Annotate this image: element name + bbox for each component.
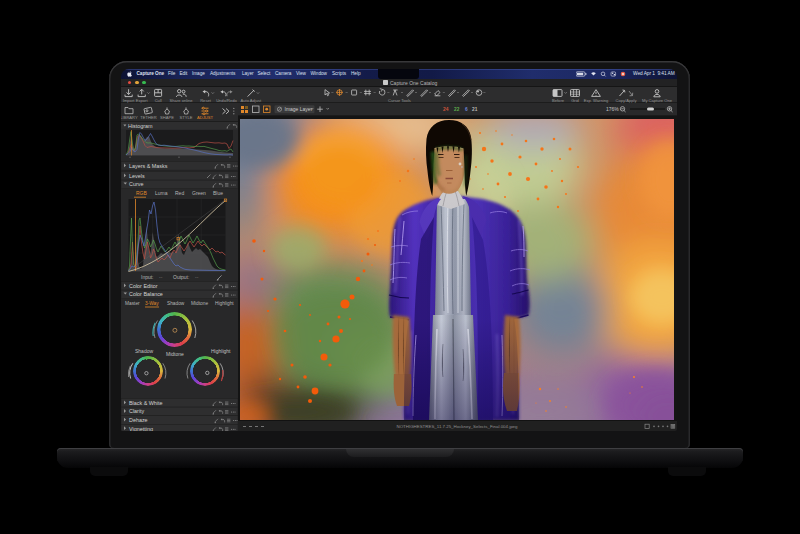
svg-text:176%: 176% [606, 106, 619, 112]
svg-text:6: 6 [465, 107, 468, 112]
svg-text:22: 22 [454, 107, 460, 112]
svg-text:Image Layer: Image Layer [285, 106, 313, 112]
svg-text:21: 21 [472, 107, 478, 112]
svg-text:24: 24 [443, 107, 449, 112]
